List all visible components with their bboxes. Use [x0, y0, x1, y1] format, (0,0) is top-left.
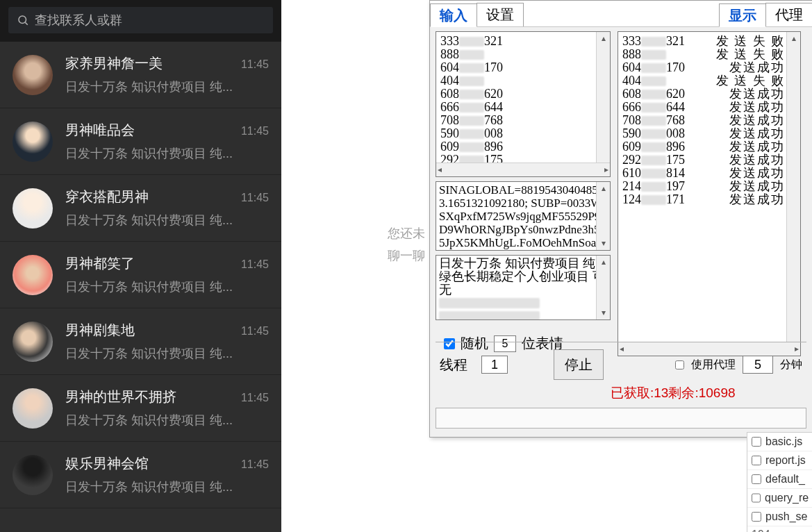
contact-item[interactable]: 男神唯品会11:45日发十万条 知识付费项目 纯...	[0, 108, 281, 175]
file-name: default_	[765, 473, 805, 485]
blurred-digits	[459, 90, 484, 99]
blurred-digits	[641, 103, 666, 113]
tab-left[interactable]: 设置	[477, 3, 524, 26]
result-line: 666644发送成功!!	[622, 101, 796, 114]
contact-preview: 日发十万条 知识付费项目 纯...	[65, 412, 269, 429]
label: 使用代理	[691, 358, 736, 372]
search-bar[interactable]	[8, 7, 273, 33]
use-proxy-checkbox[interactable]	[675, 360, 684, 369]
blurred-digits	[641, 90, 666, 99]
avatar	[13, 322, 53, 362]
blurred-digits	[641, 195, 666, 205]
contact-time: 11:45	[241, 325, 269, 338]
contact-item[interactable]: 男神剧集地11:45日发十万条 知识付费项目 纯...	[0, 308, 281, 375]
file-name: basic.js	[765, 435, 802, 448]
contact-time: 11:45	[241, 392, 269, 404]
file-item[interactable]: default_	[747, 470, 812, 489]
chat-sidebar: 家养男神詹一美11:45日发十万条 知识付费项目 纯...男神唯品会11:45日…	[0, 0, 281, 532]
result-line: 124171发送成功!!	[622, 193, 796, 206]
search-input[interactable]	[35, 13, 265, 28]
contact-item[interactable]: 家养男神詹一美11:45日发十万条 知识付费项目 纯...	[0, 42, 281, 108]
contact-item[interactable]: 娱乐男神会馆11:45日发十万条 知识付费项目 纯...	[0, 442, 281, 508]
avatar	[13, 455, 53, 495]
id-line: 888	[440, 48, 606, 61]
result-panel[interactable]: 333321发 送 失 败!!888发 送 失 败!!604170发送成功!!4…	[618, 31, 801, 356]
chevron-left-icon[interactable]: ◂	[438, 165, 442, 175]
blurred-digits	[641, 76, 666, 86]
tab-right[interactable]: 显示	[719, 3, 766, 27]
contact-time: 11:45	[241, 258, 269, 271]
scrollbar-horizontal[interactable]: ◂ ▸	[436, 163, 610, 176]
file-item[interactable]: report.js	[747, 451, 812, 470]
scrollbar-vertical[interactable]: ▴ ▾	[786, 32, 800, 356]
scrollbar-vertical[interactable]: ▴ ▾	[596, 32, 610, 176]
file-name: push_se	[765, 510, 808, 523]
stop-button[interactable]: 停止	[554, 349, 604, 380]
blurred-digits	[641, 169, 666, 178]
contact-preview: 日发十万条 知识付费项目 纯...	[65, 345, 269, 362]
sender-tool-window: 输入设置 显示代理 333321888604170404608620666644…	[429, 0, 812, 438]
svg-line-1	[25, 22, 27, 24]
blurred-digits	[459, 63, 484, 73]
result-line: 610814发送成功!!	[622, 167, 796, 180]
file-checkbox[interactable]	[752, 512, 761, 522]
chevron-up-icon[interactable]: ▴	[602, 257, 606, 267]
tab-group-right: 显示代理	[719, 0, 812, 26]
chevron-up-icon[interactable]: ▴	[792, 33, 796, 44]
file-item[interactable]: push_se	[747, 508, 812, 526]
file-item[interactable]: query_re	[747, 489, 812, 508]
send-status: 发 送 失 败!!	[716, 35, 797, 48]
file-checkbox[interactable]	[752, 493, 761, 503]
contact-item[interactable]: 男神的世界不拥挤11:45日发十万条 知识付费项目 纯...	[0, 375, 281, 442]
chevron-down-icon[interactable]: ▾	[602, 308, 606, 318]
blurred-digits	[459, 142, 484, 152]
file-item[interactable]: basic.js	[747, 433, 812, 451]
chevron-up-icon[interactable]: ▴	[602, 183, 606, 194]
avatar	[13, 388, 53, 429]
scrollbar-vertical[interactable]: ▴ ▾	[596, 182, 610, 250]
message-text: 日发十万条 知识付费项目 纯绿色长期稳定个人创业项目 可无	[439, 256, 605, 297]
id-input-panel[interactable]: 3333218886041704046086206666447087685900…	[436, 31, 611, 177]
blurred-digits	[641, 182, 666, 192]
file-checklist: basic.jsreport.jsdefault_query_repush_se…	[747, 432, 812, 532]
hint-line: 您还未	[388, 222, 425, 244]
id-line: 604170	[440, 61, 606, 74]
left-column: 3333218886041704046086206666447087685900…	[436, 31, 611, 356]
tab-right[interactable]: 代理	[765, 3, 812, 26]
id-line: 404	[440, 74, 606, 88]
blurred-text	[439, 298, 540, 308]
tab-group-left: 输入设置	[430, 0, 523, 26]
contact-name: 穿衣搭配男神	[65, 188, 149, 206]
blurred-digits	[459, 116, 484, 126]
contact-preview: 日发十万条 知识付费项目 纯...	[65, 145, 269, 162]
cookie-panel[interactable]: SINAGLOBAL=8819543040485.03.165132109218…	[436, 181, 611, 251]
proxy-minutes-input[interactable]	[743, 356, 773, 374]
send-status: 发 送 失 败!!	[716, 74, 797, 88]
file-checkbox[interactable]	[752, 474, 761, 484]
tab-left[interactable]: 输入	[430, 3, 477, 27]
blurred-text	[439, 311, 540, 320]
blurred-digits	[641, 156, 666, 165]
file-checkbox[interactable]	[752, 456, 761, 465]
message-panel[interactable]: 日发十万条 知识付费项目 纯绿色长期稳定个人创业项目 可无 ▴ ▾	[436, 255, 611, 320]
id-line: 590008	[440, 127, 606, 140]
tab-bar: 输入设置 显示代理	[430, 1, 812, 27]
cookie-text: SINAGLOBAL=8819543040485.03.165132109218…	[436, 182, 610, 251]
thread-input[interactable]	[481, 356, 508, 374]
blurred-digits	[641, 63, 666, 73]
contact-name: 家养男神詹一美	[65, 54, 163, 73]
contact-item[interactable]: 穿衣搭配男神11:45日发十万条 知识付费项目 纯...	[0, 175, 281, 242]
chevron-down-icon[interactable]: ▾	[602, 238, 606, 249]
blurred-digits	[641, 37, 666, 47]
contact-item[interactable]: 男神都笑了11:45日发十万条 知识付费项目 纯...	[0, 242, 281, 308]
contact-preview: 日发十万条 知识付费项目 纯...	[65, 212, 269, 228]
id-line: 708768	[440, 114, 606, 127]
result-line: 333321发 送 失 败!!	[622, 35, 796, 48]
send-status: 发 送 失 败!!	[716, 48, 797, 61]
file-checkbox[interactable]	[752, 437, 761, 447]
chevron-up-icon[interactable]: ▴	[602, 33, 606, 44]
chevron-right-icon[interactable]: ▸	[604, 165, 608, 175]
scrollbar-vertical[interactable]: ▴ ▾	[596, 256, 610, 319]
id-line: 666644	[440, 101, 606, 114]
blurred-digits	[459, 103, 484, 113]
